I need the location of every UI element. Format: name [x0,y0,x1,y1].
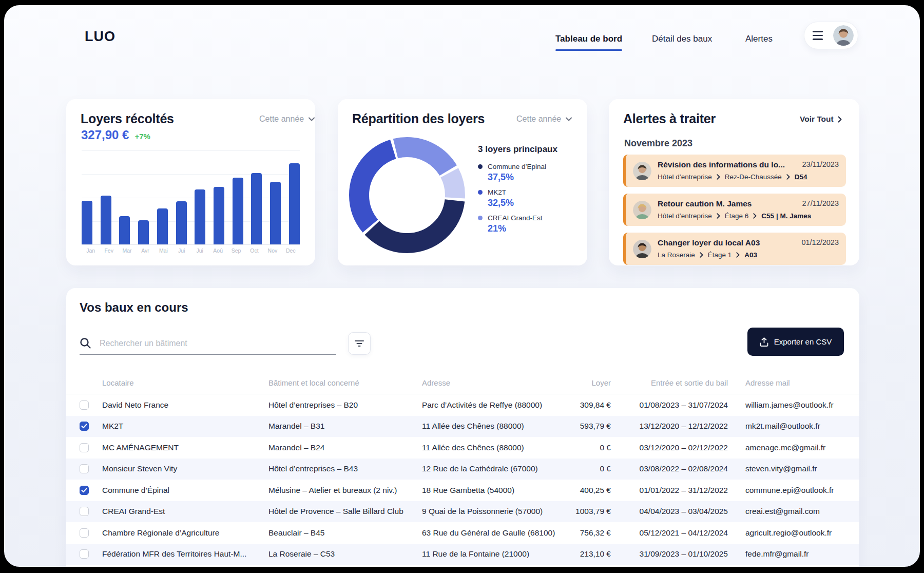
row-checkbox[interactable] [80,464,89,473]
cell-batiment: Marandel – B31 [268,422,324,431]
bar [157,208,168,244]
app-logo: LUO [85,29,116,45]
cell-bail: 01/08/2023 – 31/07/2024 [632,400,728,410]
check-icon [81,488,87,493]
bar [101,196,111,244]
bar [176,201,187,244]
breadcrumb-target[interactable]: C55 | M. James [761,212,811,220]
card-title: Répartition des loyers [352,111,485,126]
export-icon [760,337,768,347]
row-checkbox[interactable] [80,507,89,516]
cell-batiment: Marandel – B24 [268,443,324,452]
period-dropdown[interactable]: Cette année [516,114,572,124]
cell-mail: creai.est@gmail.com [745,507,820,516]
row-checkbox[interactable] [80,400,89,410]
profile-menu[interactable] [804,22,858,49]
cell-adresse: 9 Quai de la Poissonnerie (57000) [422,507,543,516]
x-tick-label: Jan [82,247,100,254]
cell-mail: commune.epi@outlook.fr [745,486,834,495]
user-avatar [833,25,854,46]
nav-item-alertes[interactable]: Alertes [745,34,773,44]
cell-batiment: Hôtel d’entreprises – B20 [268,400,358,410]
row-checkbox[interactable] [80,486,89,495]
table-row[interactable]: David Neto FranceHôtel d’entreprises – B… [66,394,859,416]
voir-tout-link[interactable]: Voir Tout [800,114,842,124]
chevron-right-icon [753,213,757,219]
row-checkbox[interactable] [80,443,89,452]
column-header: Loyer [528,378,611,387]
cell-adresse: 18 Rue Gambetta (54000) [422,486,514,495]
search-input[interactable] [100,339,336,348]
app-window: LUO Tableau de bordDétail des bauxAlerte… [4,5,920,567]
nav-label: Tableau de bord [555,34,622,44]
table-header-row: LocataireBâtiment et local concernéAdres… [66,372,859,394]
cell-adresse: 11 Allée des Chênes (88000) [422,443,524,452]
card-loyers-recoltes: Loyers récoltés Cette année 327,90 € +7%… [66,99,315,265]
alert-item[interactable]: Retour caution M. James27/11/2023Hôtel d… [623,194,846,226]
legend-label: CREAI Grand-Est [488,214,543,222]
table-row[interactable]: Chambre Régionale d’AgricultureBeauclair… [66,522,859,544]
alert-item[interactable]: Révision des informations du lo...23/11/… [623,155,846,187]
cell-loyer: 400,25 € [528,486,611,495]
filter-button[interactable] [348,332,371,355]
table-row[interactable]: MC AMÉNAGEMENTMarandel – B2411 Allée des… [66,437,859,459]
breadcrumb-part: Étage 1 [708,251,732,259]
x-tick-label: Dec [282,247,300,254]
rent-total: 327,90 € [81,128,129,142]
nav-label: Détail des baux [652,34,712,44]
column-header: Bâtiment et local concerné [268,378,359,387]
table-row[interactable]: Commune d’ÉpinalMélusine – Atelier et bu… [66,480,859,501]
row-checkbox[interactable] [80,422,89,431]
card-title: Loyers récoltés [81,111,174,126]
export-csv-button[interactable]: Exporter en CSV [747,328,844,356]
alert-item[interactable]: Changer loyer du local A0301/12/2023La R… [623,233,846,265]
nav-item-tableau-de-bord[interactable]: Tableau de bord [555,34,622,44]
bar [251,173,262,244]
table-row[interactable]: CREAI Grand-EstHôtel de Provence – Salle… [66,501,859,523]
row-checkbox[interactable] [80,549,89,559]
card-baux-en-cours: Vos baux en cours Exporter en CSV Locata… [66,288,859,567]
bar-series [82,150,300,244]
x-tick-label: Fev [100,247,118,254]
row-checkbox[interactable] [80,528,89,538]
voir-tout-label: Voir Tout [800,114,834,124]
alert-title: Retour caution M. James [658,199,752,208]
table-row[interactable]: Fédération MFR des Territoires Haut-M...… [66,544,859,565]
alerts-month-label: Novembre 2023 [624,138,692,149]
nav-item-d-tail-des-baux[interactable]: Détail des baux [652,34,712,44]
chevron-down-icon [309,117,315,121]
x-tick-label: Oct [245,247,263,254]
period-dropdown[interactable]: Cette année [259,114,315,124]
cell-locataire: Monsieur Steven Vity [102,464,177,473]
breadcrumb-target[interactable]: A03 [744,251,757,259]
bar [289,163,300,244]
cell-bail: 05/12/2021 – 04/12/2024 [632,528,728,538]
cell-bail: 01/01/2022 – 31/12/2022 [632,486,728,495]
breadcrumb-part: La Roseraie [658,251,695,259]
bar [138,220,149,244]
alert-avatar [633,240,651,258]
cell-batiment: Hôtel d’entreprises – B43 [268,464,358,473]
column-header: Adresse mail [745,378,790,387]
cell-mail: mk2t.mail@outlook.fr [745,422,820,431]
chevron-right-icon [838,116,842,123]
legend-label: Commune d’Epinal [488,163,546,170]
cell-loyer: 213,10 € [528,549,611,559]
breadcrumb-target[interactable]: D54 [795,173,807,181]
chevron-right-icon [717,213,720,219]
chevron-right-icon [700,252,703,258]
cell-bail: 03/08/2022 – 02/08/2024 [632,464,728,473]
chevron-right-icon [786,174,790,180]
search-icon [80,337,91,349]
alert-date: 27/11/2023 [802,199,839,207]
amount-row: 327,90 € +7% [81,128,150,142]
chevron-right-icon [717,174,720,180]
table-row[interactable]: MK2TMarandel – B3111 Allée des Chênes (8… [66,416,859,437]
breadcrumb-part: Étage 6 [725,212,749,220]
table-row[interactable]: Monsieur Steven VityHôtel d’entreprises … [66,459,859,480]
x-tick-label: Aoû [209,247,227,254]
rent-delta: +7% [134,132,150,141]
cell-loyer: 593,79 € [528,422,611,431]
cell-locataire: Chambre Régionale d’Agriculture [102,528,219,538]
check-icon [81,424,87,429]
